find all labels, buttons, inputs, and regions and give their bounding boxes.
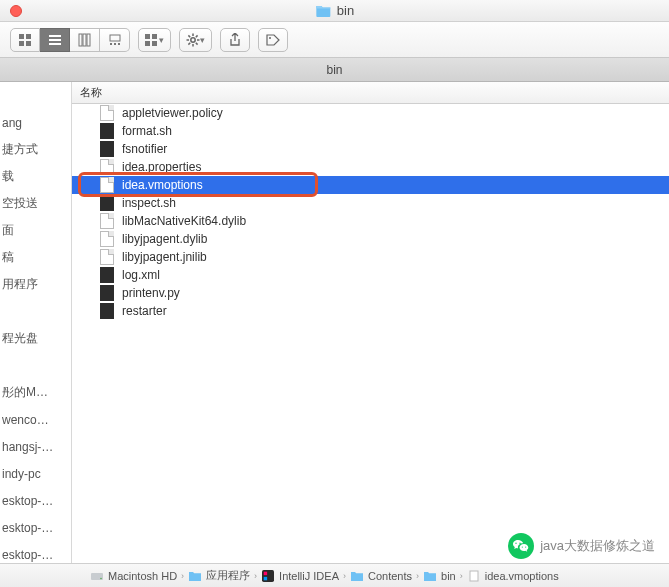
sidebar-item[interactable]: 用程序 bbox=[0, 271, 71, 298]
sidebar-item[interactable]: esktop-… bbox=[0, 514, 71, 541]
folder-icon bbox=[350, 570, 364, 582]
svg-point-27 bbox=[269, 37, 271, 39]
svg-rect-6 bbox=[49, 43, 61, 45]
svg-line-26 bbox=[188, 42, 190, 44]
svg-rect-2 bbox=[19, 41, 24, 46]
file-row[interactable]: inspect.sh bbox=[72, 194, 669, 212]
path-segment[interactable]: bin bbox=[441, 570, 456, 582]
exec-icon bbox=[100, 303, 114, 319]
file-row[interactable]: libyjpagent.jnilib bbox=[72, 248, 669, 266]
tags-button[interactable] bbox=[258, 28, 288, 52]
svg-rect-13 bbox=[118, 43, 120, 45]
tab-label[interactable]: bin bbox=[326, 63, 342, 77]
script-icon bbox=[100, 195, 114, 211]
arrange-button[interactable] bbox=[138, 28, 171, 52]
path-segment[interactable]: Macintosh HD bbox=[108, 570, 177, 582]
file-name: libyjpagent.jnilib bbox=[122, 250, 207, 264]
svg-rect-4 bbox=[49, 35, 61, 37]
file-row[interactable]: appletviewer.policy bbox=[72, 104, 669, 122]
sidebar-item[interactable]: 稿 bbox=[0, 244, 71, 271]
document-icon bbox=[100, 249, 114, 265]
folder-icon bbox=[188, 570, 202, 582]
exec-icon bbox=[100, 141, 114, 157]
share-button[interactable] bbox=[220, 28, 250, 52]
file-row[interactable]: idea.properties bbox=[72, 158, 669, 176]
document-icon bbox=[100, 105, 114, 121]
document-icon bbox=[100, 213, 114, 229]
path-segment[interactable]: 应用程序 bbox=[206, 568, 250, 583]
svg-line-23 bbox=[188, 35, 190, 37]
tags-group bbox=[258, 28, 288, 52]
svg-rect-15 bbox=[152, 34, 157, 39]
script-icon bbox=[100, 123, 114, 139]
action-button[interactable] bbox=[179, 28, 212, 52]
sidebar-item[interactable]: 程光盘 bbox=[0, 325, 71, 352]
file-row-selected[interactable]: idea.vmoptions bbox=[72, 176, 669, 194]
file-name: log.xml bbox=[122, 268, 160, 282]
svg-rect-12 bbox=[114, 43, 116, 45]
column-header-name[interactable]: 名称 bbox=[72, 82, 669, 104]
svg-rect-16 bbox=[145, 41, 150, 46]
file-name: format.sh bbox=[122, 124, 172, 138]
script-icon bbox=[100, 267, 114, 283]
file-row[interactable]: log.xml bbox=[72, 266, 669, 284]
chevron-right-icon: › bbox=[343, 571, 346, 581]
sidebar-item[interactable]: esktop-… bbox=[0, 487, 71, 514]
sidebar-item[interactable]: 载 bbox=[0, 163, 71, 190]
svg-rect-1 bbox=[26, 34, 31, 39]
path-segment[interactable]: Contents bbox=[368, 570, 412, 582]
sidebar-item[interactable]: 空投送 bbox=[0, 190, 71, 217]
file-row[interactable]: format.sh bbox=[72, 122, 669, 140]
window-titlebar: bin bbox=[0, 0, 669, 22]
sidebar-gap bbox=[0, 298, 71, 325]
gallery-view-button[interactable] bbox=[100, 28, 130, 52]
sidebar-item[interactable] bbox=[0, 82, 71, 109]
column-view-button[interactable] bbox=[70, 28, 100, 52]
path-bar[interactable]: Macintosh HD › 应用程序 › IntelliJ IDEA › Co… bbox=[0, 563, 669, 587]
svg-line-25 bbox=[196, 35, 198, 37]
sidebar[interactable]: ang 捷方式 载 空投送 面 稿 用程序 程光盘 彤的M… wenco… ha… bbox=[0, 82, 72, 563]
sidebar-item[interactable]: hangsj-… bbox=[0, 433, 71, 460]
path-segment[interactable]: IntelliJ IDEA bbox=[279, 570, 339, 582]
sidebar-item[interactable]: wenco… bbox=[0, 406, 71, 433]
sidebar-item[interactable]: 彤的M… bbox=[0, 379, 71, 406]
file-name: printenv.py bbox=[122, 286, 180, 300]
file-row[interactable]: libyjpagent.dylib bbox=[72, 230, 669, 248]
file-name: appletviewer.policy bbox=[122, 106, 223, 120]
svg-rect-7 bbox=[79, 34, 82, 46]
file-name: restarter bbox=[122, 304, 167, 318]
folder-icon bbox=[315, 4, 331, 17]
svg-rect-33 bbox=[470, 571, 478, 581]
sidebar-gap bbox=[0, 352, 71, 379]
sidebar-item[interactable]: ang bbox=[0, 109, 71, 136]
svg-rect-8 bbox=[83, 34, 86, 46]
file-row[interactable]: printenv.py bbox=[72, 284, 669, 302]
file-row[interactable]: fsnotifier bbox=[72, 140, 669, 158]
svg-rect-17 bbox=[152, 41, 157, 46]
icon-view-button[interactable] bbox=[10, 28, 40, 52]
svg-rect-5 bbox=[49, 39, 61, 41]
svg-rect-3 bbox=[26, 41, 31, 46]
chevron-right-icon: › bbox=[460, 571, 463, 581]
path-segment[interactable]: idea.vmoptions bbox=[485, 570, 559, 582]
sidebar-item[interactable]: 面 bbox=[0, 217, 71, 244]
disk-icon bbox=[90, 570, 104, 582]
sidebar-item[interactable]: 捷方式 bbox=[0, 136, 71, 163]
svg-rect-9 bbox=[87, 34, 90, 46]
arrange-group bbox=[138, 28, 171, 52]
tag-icon bbox=[266, 34, 280, 46]
sidebar-item[interactable]: indy-pc bbox=[0, 460, 71, 487]
file-list[interactable]: appletviewer.policy format.sh fsnotifier… bbox=[72, 104, 669, 563]
list-view-button[interactable] bbox=[40, 28, 70, 52]
folder-icon bbox=[423, 570, 437, 582]
close-window-button[interactable] bbox=[10, 5, 22, 17]
file-row[interactable]: libMacNativeKit64.dylib bbox=[72, 212, 669, 230]
sidebar-item[interactable]: esktop-… bbox=[0, 541, 71, 563]
chevron-right-icon: › bbox=[416, 571, 419, 581]
window-title-text: bin bbox=[337, 3, 354, 18]
svg-line-24 bbox=[196, 42, 198, 44]
file-row[interactable]: restarter bbox=[72, 302, 669, 320]
app-icon bbox=[261, 570, 275, 582]
document-icon bbox=[100, 159, 114, 175]
file-name: fsnotifier bbox=[122, 142, 167, 156]
